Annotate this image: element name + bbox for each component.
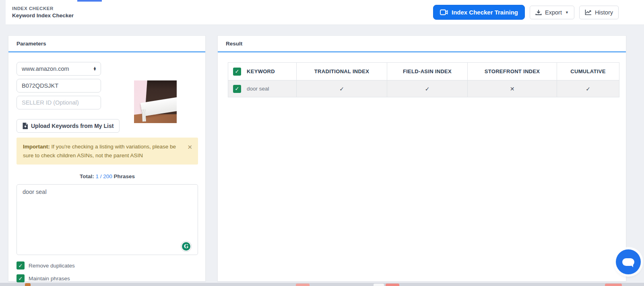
- maintain-phrases-row: ✓ Maintain phrases: [17, 274, 197, 282]
- chat-bubble-tail: [630, 264, 633, 267]
- taskbar-item: [25, 283, 31, 286]
- product-image-brush: [142, 109, 146, 121]
- parameters-panel: Parameters www.amazon.com ▲▼ Upload Keyw…: [8, 35, 206, 282]
- result-panel: Result ✓ KEYWORD TRADITIONAL INDEX FIELD…: [217, 35, 626, 282]
- col-keyword-label: KEYWORD: [247, 68, 275, 74]
- upload-keywords-label: Upload Keywords from My List: [31, 123, 114, 129]
- cumulative-mark: ✓: [557, 80, 619, 97]
- history-chart-icon: [585, 9, 592, 15]
- grammarly-letter: G: [182, 242, 190, 251]
- taskbar-item: [386, 284, 399, 286]
- grammarly-icon[interactable]: G: [181, 241, 192, 252]
- remove-duplicates-label: Remove duplicates: [29, 263, 75, 269]
- training-button-label: Index Checker Training: [452, 9, 518, 16]
- keyword-text: door seal: [247, 86, 269, 92]
- col-traditional-index: TRADITIONAL INDEX: [297, 63, 387, 80]
- col-field-asin-index: FIELD-ASIN INDEX: [387, 63, 468, 80]
- parameters-body: www.amazon.com ▲▼ Upload Keywords from M…: [8, 52, 205, 282]
- product-image: [134, 80, 177, 123]
- history-button-label: History: [595, 9, 613, 16]
- page-header: INDEX CHECKER Keyword Index Checker Inde…: [6, 0, 644, 25]
- file-upload-icon: [23, 123, 28, 129]
- download-icon: [535, 9, 542, 16]
- taskbar-item: [605, 284, 622, 286]
- page-title-block: INDEX CHECKER Keyword Index Checker: [12, 6, 74, 19]
- keywords-area-wrap: door seal G: [17, 184, 198, 257]
- total-suffix: Phrases: [114, 173, 135, 179]
- asin-input[interactable]: [17, 79, 101, 93]
- total-label: Total:: [80, 173, 94, 179]
- training-button[interactable]: Index Checker Training: [433, 5, 525, 20]
- history-button[interactable]: History: [579, 6, 619, 19]
- maintain-phrases-checkbox[interactable]: ✓: [17, 274, 25, 282]
- top-scroll-indicator: [77, 0, 102, 2]
- remove-duplicates-row: ✓ Remove duplicates: [17, 261, 197, 270]
- export-button[interactable]: Export ▼: [530, 6, 574, 19]
- storefront-index-mark: ✕: [468, 80, 557, 97]
- row-checkbox[interactable]: ✓: [233, 85, 241, 93]
- warning-bold: Important:: [23, 144, 50, 150]
- page-title: Keyword Index Checker: [12, 12, 74, 19]
- col-storefront-index: STOREFRONT INDEX: [468, 63, 557, 80]
- remove-duplicates-checkbox[interactable]: ✓: [17, 261, 25, 270]
- header-actions: Index Checker Training Export ▼: [433, 5, 619, 20]
- select-all-checkbox[interactable]: ✓: [233, 68, 241, 76]
- traditional-index-mark: ✓: [297, 80, 387, 97]
- marketplace-selected-value: www.amazon.com: [22, 66, 69, 72]
- upload-keywords-button[interactable]: Upload Keywords from My List: [17, 119, 120, 133]
- keyword-cell: ✓ door seal: [228, 80, 297, 97]
- breadcrumb: INDEX CHECKER: [12, 6, 74, 11]
- close-icon[interactable]: ✕: [187, 142, 192, 152]
- export-button-label: Export: [545, 9, 562, 16]
- chat-bubble-icon: [622, 258, 634, 266]
- select-arrows-icon: ▲▼: [93, 67, 97, 71]
- maintain-phrases-label: Maintain phrases: [29, 276, 70, 282]
- result-table-header-row: ✓ KEYWORD TRADITIONAL INDEX FIELD-ASIN I…: [228, 63, 619, 80]
- bottom-taskbar-edge: [0, 283, 644, 286]
- table-row: ✓ door seal ✓ ✓ ✕ ✓: [228, 80, 619, 97]
- result-table: ✓ KEYWORD TRADITIONAL INDEX FIELD-ASIN I…: [228, 62, 619, 97]
- total-phrases-line: Total: 1 / 200 Phrases: [17, 173, 198, 179]
- marketplace-select[interactable]: www.amazon.com ▲▼: [17, 62, 101, 76]
- seller-id-input[interactable]: [17, 96, 101, 109]
- total-count: 1 / 200: [95, 173, 112, 179]
- keywords-textarea[interactable]: door seal: [17, 184, 198, 255]
- chat-widget-button[interactable]: [616, 249, 641, 274]
- col-cumulative: CUMULATIVE: [557, 63, 619, 80]
- result-panel-title: Result: [218, 36, 626, 52]
- taskbar-item: [374, 284, 384, 286]
- field-asin-index-mark: ✓: [387, 80, 468, 97]
- warning-banner: Important: If you're checking a listing …: [17, 138, 198, 165]
- chevron-down-icon: ▼: [565, 10, 569, 14]
- col-keyword: ✓ KEYWORD: [228, 63, 297, 80]
- parameters-panel-title: Parameters: [8, 36, 205, 52]
- taskbar-item: [296, 284, 310, 286]
- video-camera-icon: [440, 9, 448, 15]
